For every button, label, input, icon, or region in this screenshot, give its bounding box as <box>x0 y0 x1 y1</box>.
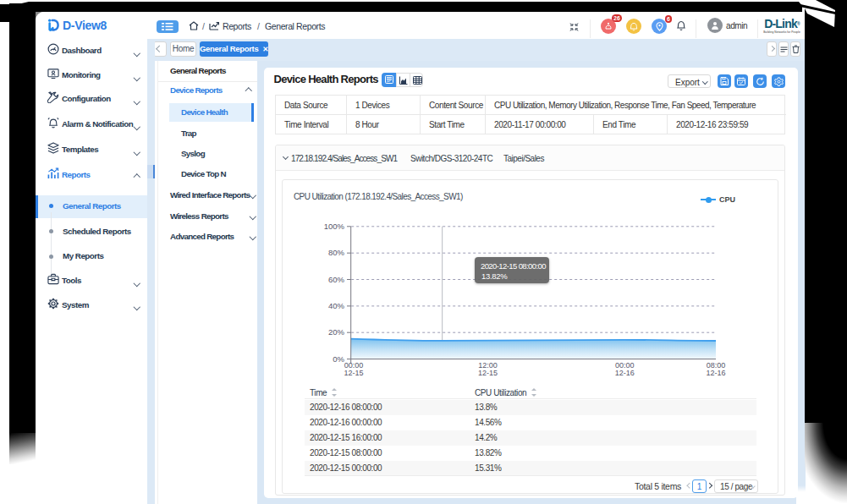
svg-text:60%: 60% <box>328 274 345 283</box>
svg-text:12-15: 12-15 <box>344 368 363 376</box>
svg-text:100%: 100% <box>324 222 345 231</box>
svg-text:12-16: 12-16 <box>615 368 635 376</box>
svg-text:20%: 20% <box>328 327 345 337</box>
svg-text:40%: 40% <box>328 301 345 310</box>
svg-text:0%: 0% <box>333 353 344 363</box>
svg-text:12-15: 12-15 <box>478 368 498 376</box>
svg-text:12-16: 12-16 <box>706 368 725 376</box>
svg-text:80%: 80% <box>328 248 345 257</box>
